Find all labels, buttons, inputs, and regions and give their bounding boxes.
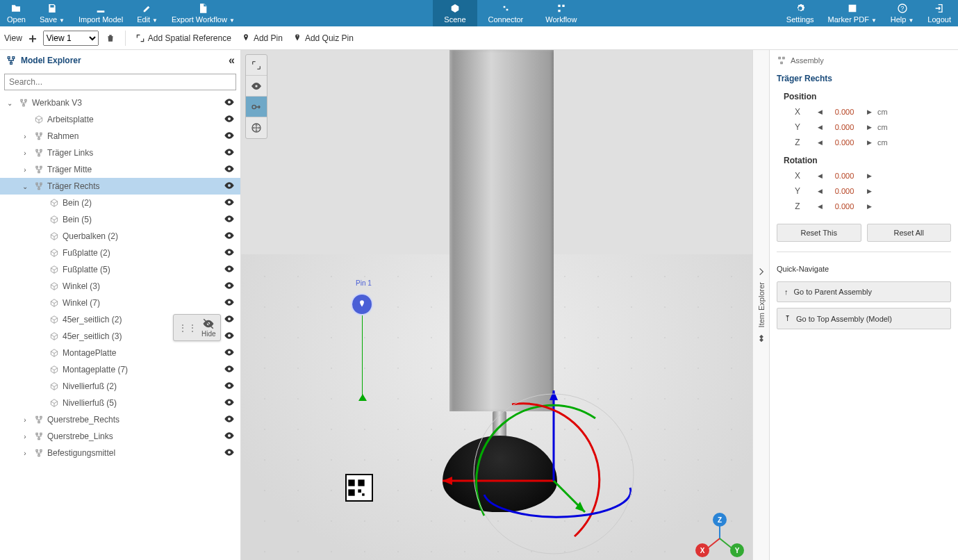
tree-row[interactable]: ›Rahmen: [0, 128, 240, 145]
tab-connector[interactable]: Connector: [477, 0, 535, 26]
reset-all-button[interactable]: Reset All: [867, 224, 952, 242]
expand-icon[interactable]: ›: [19, 416, 31, 424]
tree-row[interactable]: Winkel (7): [0, 295, 240, 311]
item-explorer-collapsed[interactable]: Item Explorer: [752, 50, 769, 560]
add-view-button[interactable]: ＋: [26, 30, 39, 47]
logout-button[interactable]: Logout: [920, 0, 958, 26]
hide-button[interactable]: Hide: [201, 318, 216, 338]
visibility-toggle[interactable]: [224, 163, 236, 176]
visibility-toggle[interactable]: [224, 130, 236, 142]
view-select[interactable]: View 1: [43, 31, 99, 46]
expand-icon[interactable]: ›: [19, 450, 31, 457]
tree-row[interactable]: ⌄Träger Rechts: [0, 178, 240, 195]
visibility-toggle[interactable]: [224, 197, 236, 209]
drag-grip-icon[interactable]: ⋮⋮: [178, 322, 197, 333]
marker-pdf-button[interactable]: Marker PDF▼: [821, 0, 884, 26]
position-x-input[interactable]: [825, 108, 864, 116]
move-tool[interactable]: [246, 117, 267, 138]
visibility-toggle[interactable]: [224, 330, 236, 343]
visibility-toggle[interactable]: [224, 363, 236, 376]
tree-row[interactable]: Montageplatte (7): [0, 361, 240, 378]
tree-row[interactable]: Bein (2): [0, 195, 240, 211]
settings-button[interactable]: Settings: [779, 0, 821, 26]
visibility-tool[interactable]: [246, 76, 267, 97]
tree-row[interactable]: Fußplatte (2): [0, 245, 240, 261]
rotation-z-input[interactable]: [825, 202, 864, 211]
tree-row[interactable]: Winkel (3): [0, 278, 240, 295]
visibility-toggle[interactable]: [224, 263, 236, 276]
tree-row[interactable]: ›Träger Mitte: [0, 161, 240, 178]
expand-icon[interactable]: ›: [19, 149, 31, 157]
visibility-toggle[interactable]: [224, 147, 236, 159]
visibility-toggle[interactable]: [224, 97, 236, 109]
help-button[interactable]: ? Help▼: [884, 0, 921, 26]
tree-row[interactable]: ›Querstrebe_Links: [0, 428, 240, 445]
collapse-panel-button[interactable]: «: [229, 54, 235, 67]
tree-row[interactable]: Nivellierfuß (5): [0, 395, 240, 411]
rotation-y-input[interactable]: [825, 187, 864, 195]
export-workflow-button[interactable]: Export Workflow▼: [165, 0, 242, 26]
position-y-input[interactable]: [825, 123, 864, 131]
visibility-toggle[interactable]: [224, 380, 236, 393]
visibility-toggle[interactable]: [224, 397, 236, 409]
decrement-button[interactable]: ◀: [814, 203, 825, 210]
decrement-button[interactable]: ◀: [814, 139, 825, 146]
tree-row[interactable]: ›Befestigungsmittel: [0, 445, 240, 461]
add-pin-button[interactable]: Add Pin: [238, 32, 286, 44]
go-top-assembly-button[interactable]: ⤒ Go to Top Assembly (Model): [777, 308, 951, 329]
visibility-toggle[interactable]: [224, 180, 236, 192]
visibility-toggle[interactable]: [224, 113, 236, 126]
expand-icon[interactable]: ›: [19, 433, 31, 440]
collapse-icon[interactable]: ⌄: [19, 183, 31, 190]
import-model-button[interactable]: Import Model: [72, 0, 130, 26]
reset-this-button[interactable]: Reset This: [777, 224, 861, 242]
pin-marker[interactable]: [351, 293, 373, 315]
decrement-button[interactable]: ◀: [814, 108, 825, 115]
tree-row[interactable]: ⌄Werkbank V3: [0, 94, 240, 111]
delete-view-button[interactable]: [103, 32, 118, 44]
axis-orientation-widget[interactable]: Z X Y: [695, 514, 744, 556]
tree-row[interactable]: MontagePlatte: [0, 345, 240, 361]
tree-row[interactable]: Bein (5): [0, 211, 240, 228]
visibility-toggle[interactable]: [224, 447, 236, 459]
visibility-toggle[interactable]: [224, 297, 236, 309]
increment-button[interactable]: ▶: [864, 203, 875, 210]
rotation-x-input[interactable]: [825, 172, 864, 180]
position-z-input[interactable]: [825, 138, 864, 147]
increment-button[interactable]: ▶: [864, 188, 875, 195]
viewport-3d[interactable]: Pin 1 Z X Y: [241, 50, 752, 560]
link-tool[interactable]: [246, 97, 267, 117]
save-button[interactable]: Save▼: [33, 0, 72, 26]
open-button[interactable]: Open: [0, 0, 33, 26]
ar-marker[interactable]: [345, 474, 373, 502]
visibility-toggle[interactable]: [224, 413, 236, 426]
increment-button[interactable]: ▶: [864, 124, 875, 131]
edit-button[interactable]: Edit▼: [130, 0, 165, 26]
visibility-toggle[interactable]: [224, 430, 236, 443]
search-input[interactable]: [4, 74, 236, 90]
tree-row[interactable]: Fußplatte (5): [0, 261, 240, 278]
add-spatial-reference-button[interactable]: Add Spatial Reference: [133, 32, 234, 44]
tree-row[interactable]: Arbeitsplatte: [0, 111, 240, 128]
decrement-button[interactable]: ◀: [814, 172, 825, 179]
visibility-toggle[interactable]: [224, 280, 236, 293]
decrement-button[interactable]: ◀: [814, 124, 825, 131]
tab-scene[interactable]: Scene: [433, 0, 477, 26]
tree-row[interactable]: Nivellierfuß (2): [0, 378, 240, 395]
increment-button[interactable]: ▶: [864, 172, 875, 179]
increment-button[interactable]: ▶: [864, 108, 875, 115]
visibility-toggle[interactable]: [224, 247, 236, 259]
visibility-toggle[interactable]: [224, 347, 236, 359]
decrement-button[interactable]: ◀: [814, 188, 825, 195]
expand-tool[interactable]: [246, 55, 267, 76]
visibility-toggle[interactable]: [224, 313, 236, 326]
visibility-toggle[interactable]: [224, 230, 236, 242]
expand-icon[interactable]: ›: [19, 133, 31, 140]
collapse-icon[interactable]: ⌄: [4, 99, 15, 107]
add-quiz-pin-button[interactable]: ? Add Quiz Pin: [290, 32, 356, 44]
tree-row[interactable]: ›Querstrebe_Rechts: [0, 411, 240, 428]
increment-button[interactable]: ▶: [864, 139, 875, 146]
tree-row[interactable]: Querbalken (2): [0, 228, 240, 245]
tab-workflow[interactable]: Workflow: [534, 0, 588, 26]
expand-icon[interactable]: ›: [19, 166, 31, 174]
